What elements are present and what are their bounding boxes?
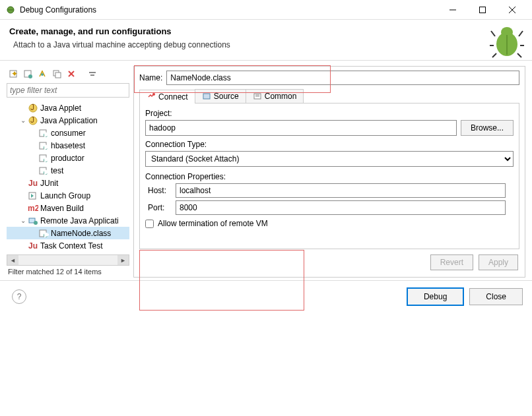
svg-text:J: J bbox=[30, 103, 34, 112]
svg-text:✦: ✦ bbox=[11, 69, 18, 78]
tree-item[interactable]: ▶productor bbox=[7, 152, 129, 164]
svg-rect-3 bbox=[479, 7, 485, 13]
duplicate-button[interactable] bbox=[50, 67, 63, 80]
config-tree[interactable]: JJava Applet⌄JJava Application▶consumer▶… bbox=[7, 100, 129, 252]
tree-item[interactable]: JuTask Context Test bbox=[7, 239, 129, 252]
left-panel: ✦ JJava Applet⌄JJava Application▶consume… bbox=[7, 66, 129, 278]
port-label: Port: bbox=[148, 203, 172, 212]
tree-item-icon bbox=[28, 191, 38, 201]
svg-text:Ju: Ju bbox=[28, 241, 38, 251]
svg-point-19 bbox=[41, 73, 44, 76]
name-label: Name: bbox=[139, 73, 162, 82]
project-label: Project: bbox=[145, 109, 514, 118]
svg-text:▶: ▶ bbox=[44, 167, 49, 176]
export-button[interactable] bbox=[36, 67, 49, 80]
filter-button[interactable] bbox=[86, 67, 99, 80]
scroll-left-arrow[interactable]: ◄ bbox=[7, 255, 18, 265]
close-button[interactable]: Close bbox=[469, 288, 523, 305]
minimize-button[interactable] bbox=[438, 0, 467, 20]
svg-rect-25 bbox=[90, 74, 94, 76]
svg-rect-21 bbox=[55, 73, 61, 78]
svg-line-8 bbox=[491, 31, 495, 36]
svg-line-12 bbox=[492, 53, 496, 57]
svg-text:▶: ▶ bbox=[44, 229, 49, 239]
browse-button[interactable]: Browse... bbox=[461, 120, 514, 136]
connect-icon bbox=[147, 92, 156, 102]
host-input[interactable] bbox=[176, 183, 506, 198]
revert-button[interactable]: Revert bbox=[430, 254, 473, 270]
tree-item-icon: m2 bbox=[28, 203, 38, 214]
tab-source[interactable]: Source bbox=[195, 89, 246, 103]
tab-common[interactable]: Common bbox=[246, 89, 304, 103]
tree-item-label: Maven Build bbox=[40, 204, 84, 213]
delete-button[interactable] bbox=[65, 67, 78, 80]
new-proto-button[interactable] bbox=[21, 67, 34, 80]
port-input[interactable] bbox=[176, 200, 506, 215]
dialog-heading: Create, manage, and run configurations bbox=[9, 26, 523, 36]
svg-text:J: J bbox=[30, 115, 34, 125]
tree-item[interactable]: JuJUnit bbox=[7, 177, 129, 189]
project-input[interactable] bbox=[145, 120, 457, 136]
tree-item[interactable]: ▶NameNode.class bbox=[7, 227, 129, 239]
allow-termination-checkbox[interactable] bbox=[145, 220, 154, 228]
window-title: Debug Configurations bbox=[20, 5, 438, 15]
apply-button[interactable]: Apply bbox=[479, 254, 518, 270]
tree-item[interactable]: ⌄Remote Java Applicati bbox=[7, 214, 129, 227]
main-area: ✦ JJava Applet⌄JJava Application▶consume… bbox=[0, 61, 532, 278]
tree-item[interactable]: JJava Applet bbox=[7, 102, 129, 114]
svg-text:m2: m2 bbox=[28, 204, 38, 213]
connection-type-select[interactable]: Standard (Socket Attach) bbox=[145, 151, 514, 167]
tree-item[interactable]: ▶consumer bbox=[7, 127, 129, 139]
close-window-button[interactable] bbox=[497, 0, 527, 20]
tab-bar: Connect Source Common bbox=[139, 89, 519, 104]
tree-item[interactable]: ▶test bbox=[7, 164, 129, 177]
tree-item-label: test bbox=[51, 166, 63, 175]
tree-item-icon: ▶ bbox=[38, 153, 49, 163]
tree-item-label: hbasetest bbox=[51, 141, 85, 150]
config-form: Name: Connect Source Common Project: bbox=[133, 66, 525, 278]
app-icon bbox=[5, 5, 16, 15]
tree-item[interactable]: ▶hbasetest bbox=[7, 139, 129, 152]
filter-status: Filter matched 12 of 14 items bbox=[7, 266, 129, 278]
svg-point-18 bbox=[28, 74, 32, 78]
tree-item-icon: ▶ bbox=[38, 228, 49, 239]
tree-item-label: Task Context Test bbox=[40, 241, 103, 251]
tree-item-icon: Ju bbox=[28, 241, 38, 251]
tree-item-icon: J bbox=[28, 115, 38, 126]
maximize-button[interactable] bbox=[467, 0, 497, 20]
tree-item[interactable]: Launch Group bbox=[7, 189, 129, 202]
svg-point-46 bbox=[34, 221, 38, 225]
dialog-footer: ? Debug Close bbox=[0, 280, 532, 312]
svg-text:▶: ▶ bbox=[44, 129, 49, 138]
debug-button[interactable]: Debug bbox=[407, 287, 464, 306]
tree-item-label: JUnit bbox=[40, 179, 58, 188]
tab-connect[interactable]: Connect bbox=[139, 90, 195, 104]
svg-text:▶: ▶ bbox=[44, 154, 49, 163]
svg-text:Ju: Ju bbox=[28, 179, 38, 188]
tree-twist-icon: ⌄ bbox=[18, 217, 28, 224]
filter-input[interactable] bbox=[7, 83, 129, 98]
host-label: Host: bbox=[148, 186, 172, 195]
allow-termination-label: Allow termination of remote VM bbox=[158, 219, 268, 228]
tree-item-label: Launch Group bbox=[40, 191, 90, 200]
name-input[interactable] bbox=[166, 71, 519, 85]
svg-line-9 bbox=[519, 31, 523, 36]
tree-item-label: Java Applet bbox=[40, 104, 81, 113]
tree-item-icon: ▶ bbox=[38, 128, 49, 138]
tree-item[interactable]: m2Maven Build bbox=[7, 202, 129, 214]
svg-rect-52 bbox=[203, 94, 210, 99]
bug-icon bbox=[488, 23, 525, 60]
tree-item[interactable]: ⌄JJava Application bbox=[7, 114, 129, 127]
config-toolbar: ✦ bbox=[7, 66, 129, 83]
new-config-button[interactable]: ✦ bbox=[7, 67, 20, 80]
help-button[interactable]: ? bbox=[12, 289, 26, 304]
svg-line-13 bbox=[517, 53, 521, 57]
svg-text:▶: ▶ bbox=[44, 142, 49, 151]
source-icon bbox=[202, 92, 211, 101]
horizontal-scrollbar[interactable]: ◄ ► bbox=[7, 254, 129, 266]
tree-item-label: productor bbox=[51, 154, 84, 163]
tree-item-label: NameNode.class bbox=[51, 229, 111, 238]
svg-rect-24 bbox=[89, 72, 96, 73]
titlebar: Debug Configurations bbox=[0, 0, 532, 20]
scroll-right-arrow[interactable]: ► bbox=[117, 255, 129, 265]
